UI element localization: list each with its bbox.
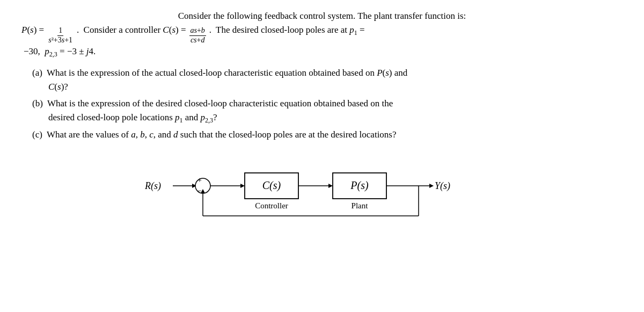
line1: P(s) = 1 s²+3s+1 . Consider a controller… xyxy=(21,25,623,45)
qb-label: (b) What is the expression of the desire… xyxy=(32,98,393,108)
header-text: Consider the following feedback control … xyxy=(21,11,623,21)
question-b: (b) What is the expression of the desire… xyxy=(32,97,623,126)
svg-text:Plant: Plant xyxy=(352,201,369,210)
svg-text:P(s): P(s) xyxy=(350,179,369,192)
rs-text: R(s) xyxy=(144,180,161,192)
cs-fraction: as+b cs+d xyxy=(189,26,206,45)
qa-sub: C(s)? xyxy=(32,80,623,94)
diagram-inner: R(s) + − C(s) Controller xyxy=(140,153,504,228)
qa-label: (a) What is the expression of the actual… xyxy=(32,68,407,78)
question-c: (c) What are the values of a, b, c, and … xyxy=(32,128,623,142)
svg-text:Y(s): Y(s) xyxy=(435,180,450,192)
svg-text:Controller: Controller xyxy=(255,201,288,210)
question-a: (a) What is the expression of the actual… xyxy=(32,66,623,95)
svg-marker-11 xyxy=(328,184,333,188)
header-label: Consider the following feedback control … xyxy=(178,11,466,21)
svg-text:+: + xyxy=(197,176,202,184)
period1: . xyxy=(77,25,79,35)
consider-controller: Consider a controller C(s) = xyxy=(81,25,186,35)
period2: . xyxy=(209,25,211,35)
cs-denom: cs+d xyxy=(189,36,206,45)
diagram-svg: R(s) + − C(s) Controller xyxy=(140,153,504,228)
qc-label: (c) What are the values of a, b, c, and … xyxy=(32,129,397,140)
svg-marker-6 xyxy=(240,184,245,188)
page: Consider the following feedback control … xyxy=(0,0,644,312)
ps-numer: 1 xyxy=(57,26,63,36)
questions: (a) What is the expression of the actual… xyxy=(21,66,623,142)
line2-text: −30, p2,3 = −3 ± j4. xyxy=(24,46,96,56)
desired-poles-text: The desired closed-loop poles are at p1 … xyxy=(214,25,365,37)
svg-marker-16 xyxy=(429,184,434,188)
ps-fraction: 1 s²+3s+1 xyxy=(47,26,74,45)
ps-denom: s²+3s+1 xyxy=(47,36,74,45)
cs-numer: as+b xyxy=(189,26,206,36)
qb-sub: desired closed-loop pole locations p1 an… xyxy=(32,111,623,126)
block-diagram: R(s) + − C(s) Controller xyxy=(21,153,623,228)
line2: −30, p2,3 = −3 ± j4. xyxy=(21,46,623,59)
ps-label: P(s) = xyxy=(21,25,44,35)
svg-text:C(s): C(s) xyxy=(262,179,281,192)
svg-text:−: − xyxy=(197,187,202,195)
